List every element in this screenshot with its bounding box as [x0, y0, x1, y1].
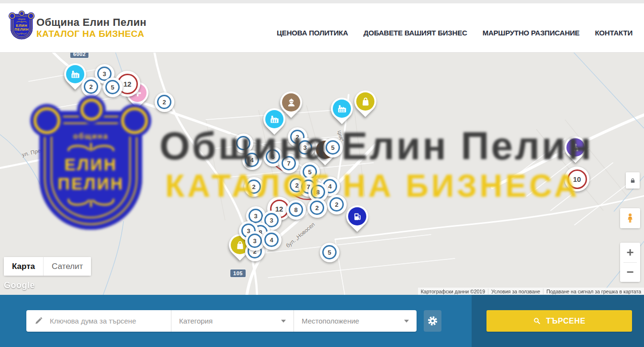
cluster-count: 7 — [282, 156, 296, 170]
satellite-view-button[interactable]: Сателит — [43, 257, 91, 276]
flourish-icon — [16, 21, 27, 23]
factory-icon — [265, 110, 283, 128]
cluster-count: 8 — [311, 185, 325, 199]
cluster-marker[interactable]: 10 — [565, 167, 589, 191]
cluster-count — [236, 136, 250, 150]
cluster-marker[interactable]: 7 — [279, 154, 299, 173]
cluster-count: 2 — [84, 79, 98, 94]
pin-marker-church[interactable] — [565, 136, 587, 158]
cluster-marker[interactable]: 5 — [320, 243, 339, 262]
pegman-icon — [624, 213, 636, 224]
cluster-count: 10 — [567, 169, 587, 189]
cluster-count: 3 — [298, 140, 312, 155]
map-type-control: Карта Сателит — [4, 257, 91, 276]
location-select-value: Местоположение — [302, 317, 359, 325]
cluster-marker[interactable]: 4 — [262, 230, 282, 250]
zoom-in-button[interactable]: + — [620, 243, 640, 262]
site-header: община ЕЛИН ПЕЛИН Община Елин Пелин КАТА… — [0, 3, 644, 53]
google-logo[interactable]: Google — [4, 280, 35, 291]
site-logo[interactable]: община ЕЛИН ПЕЛИН — [11, 12, 33, 40]
pin-marker-factory[interactable] — [263, 108, 285, 130]
flourish-icon — [16, 32, 27, 35]
cluster-marker[interactable]: 4 — [242, 150, 262, 170]
gear-icon — [427, 315, 438, 326]
site-subtitle: КАТАЛОГ НА БИЗНЕСА — [36, 29, 144, 39]
keyword-field — [26, 310, 171, 332]
shield-ornament — [28, 13, 34, 19]
cluster-count: 2 — [247, 179, 261, 194]
shield-top-text: община — [18, 18, 25, 20]
zoom-out-button[interactable]: − — [620, 263, 640, 282]
zoom-control: + − — [620, 243, 640, 282]
factory-icon — [66, 65, 84, 83]
cluster-marker[interactable]: 2 — [244, 177, 264, 197]
cluster-count: 8 — [289, 202, 303, 217]
map-view-button[interactable]: Карта — [4, 257, 43, 276]
cluster-marker[interactable]: 8 — [286, 200, 306, 220]
cluster-count: 5 — [105, 80, 120, 94]
shield-ornament — [19, 11, 24, 16]
cluster-marker[interactable]: 5 — [103, 78, 123, 97]
cluster-marker[interactable]: 2 — [327, 195, 347, 214]
shield-name-line1: ЕЛИН — [16, 23, 27, 28]
attribution-link[interactable]: Условия за ползване — [488, 289, 543, 294]
lock-icon — [630, 178, 636, 184]
settings-button[interactable] — [424, 310, 441, 332]
attribution-link[interactable]: Подаване на сигнал за грешка в картата — [543, 289, 644, 294]
search-bar: ТЪРСЕНЕ Категория Местоположение — [0, 295, 644, 347]
church-icon — [566, 138, 585, 157]
location-select[interactable]: Местоположение — [294, 310, 417, 332]
page: община ЕЛИН ПЕЛИН Община Елин Пелин КАТА… — [0, 0, 644, 347]
cluster-count: 2 — [157, 95, 171, 109]
attribution-text: Картографски данни ©2019 — [418, 289, 488, 294]
search-button[interactable]: ТЪРСЕНЕ — [486, 310, 632, 332]
cluster-marker[interactable]: 5 — [323, 138, 343, 157]
shield-name-line2: ПЕЛИН — [14, 27, 29, 32]
pencil-icon — [34, 316, 43, 325]
site-title: Община Елин Пелин — [36, 16, 147, 29]
chevron-down-icon — [281, 320, 286, 323]
pin-marker-bag[interactable] — [354, 90, 376, 112]
fuel-icon — [348, 207, 366, 225]
cluster-marker[interactable]: 2 — [155, 92, 174, 112]
map-markers: 312252235467522748212823382334510 — [0, 53, 644, 295]
search-icon — [533, 317, 541, 325]
nav-item[interactable]: ДОБАВЕТЕ ВАШИЯТ БИЗНЕС — [363, 29, 467, 37]
chevron-down-icon — [404, 320, 409, 323]
nav-item[interactable]: ЦЕНОВА ПОЛИТИКА — [277, 29, 348, 37]
main-nav: ЦЕНОВА ПОЛИТИКАДОБАВЕТЕ ВАШИЯТ БИЗНЕСМАР… — [277, 3, 633, 57]
keyword-input[interactable] — [49, 316, 163, 325]
cluster-count: 4 — [264, 233, 279, 247]
cluster-count: 2 — [329, 197, 344, 212]
cluster-count: 3 — [248, 234, 262, 248]
factory-icon — [333, 100, 351, 118]
browser-edge-strip — [0, 0, 644, 3]
search-bar-right-panel: ТЪРСЕНЕ — [472, 295, 644, 347]
map-attribution: Картографски данни ©2019Условия за ползв… — [418, 288, 644, 295]
category-select[interactable]: Категория — [171, 310, 294, 332]
cluster-marker[interactable]: 3 — [295, 138, 315, 157]
search-button-label: ТЪРСЕНЕ — [546, 317, 586, 325]
lock-button[interactable] — [626, 172, 640, 189]
bag-icon — [356, 92, 374, 111]
pegman-button[interactable] — [620, 208, 640, 228]
cluster-marker[interactable]: 2 — [81, 77, 101, 97]
logo-shield: община ЕЛИН ПЕЛИН — [11, 12, 33, 39]
cluster-count: 6 — [266, 149, 280, 164]
pin-marker-factory[interactable] — [331, 98, 353, 120]
cluster-count: 2 — [310, 201, 324, 215]
search-fields: Категория Местоположение — [26, 310, 417, 332]
shield-ornament — [9, 13, 15, 19]
cluster-marker[interactable]: 2 — [307, 198, 327, 218]
nav-item[interactable]: МАРШРУТНО РАЗПИСАНИЕ — [483, 29, 580, 37]
map-canvas[interactable]: 6002105ул. Преславбул. „Новоселция“ 3122… — [0, 53, 644, 295]
category-select-value: Категория — [179, 317, 213, 325]
cluster-count: 5 — [322, 245, 337, 259]
pin-marker-fuel[interactable] — [346, 205, 368, 227]
cluster-count: 4 — [245, 153, 259, 167]
cluster-count: 5 — [326, 140, 340, 155]
nav-item[interactable]: КОНТАКТИ — [595, 29, 633, 37]
